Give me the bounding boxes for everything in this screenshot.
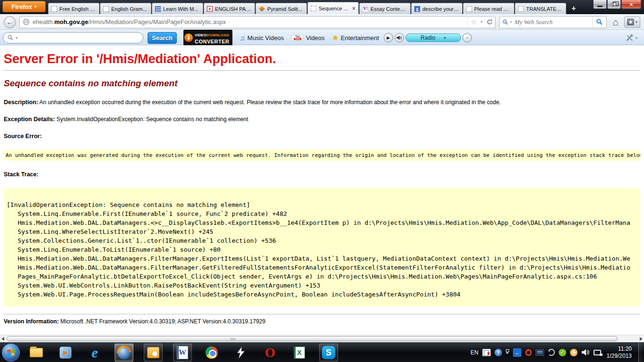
- volume-button[interactable]: [395, 33, 404, 42]
- display-tray-icon[interactable]: [536, 349, 544, 356]
- keyboard-layout-icon[interactable]: [482, 349, 491, 356]
- firefox-menu-button[interactable]: Firefox ▾: [2, 1, 46, 12]
- tab-pyramid-solitaire[interactable]: Pyramid Solit...: [256, 3, 307, 14]
- sync-share-tray-icon[interactable]: →: [513, 348, 521, 357]
- address-bar[interactable]: ehealth.moh.gov.ge/Hmis/Mediation/Pages/…: [19, 16, 495, 28]
- update-tray-icon[interactable]: [548, 349, 555, 356]
- tab-please-read[interactable]: Please read m...: [463, 3, 514, 14]
- help-icon[interactable]: ?: [495, 349, 502, 356]
- play-button[interactable]: ▶: [384, 33, 393, 42]
- tab-label: Free English g...: [59, 6, 96, 12]
- scroll-left-icon[interactable]: [1, 337, 4, 341]
- window-controls: ×: [593, 0, 641, 9]
- tab-sequence-active[interactable]: Sequence ... ×: [307, 2, 359, 14]
- placeholder-favicon-icon: [103, 6, 109, 12]
- network-tray-icon[interactable]: [594, 350, 601, 355]
- close-tab-icon[interactable]: ×: [352, 5, 355, 12]
- music-videos-link[interactable]: ♫ Music Videos: [240, 34, 284, 42]
- taskbar-winamp-button[interactable]: [231, 344, 250, 362]
- search-icon: [596, 18, 603, 25]
- taskbar-clock[interactable]: 11:20 1/29/2013: [607, 346, 632, 360]
- toolbar-search-input[interactable]: ▾: [3, 32, 143, 43]
- taskbar-firefox-button[interactable]: [115, 344, 133, 362]
- horizontal-scrollbar[interactable]: [0, 335, 644, 342]
- scroll-right-icon[interactable]: [640, 337, 643, 341]
- logo-download-text: DOWNLOAD: [206, 33, 229, 37]
- videos-label: Videos: [306, 34, 325, 41]
- close-button[interactable]: ×: [621, 0, 641, 9]
- windows-flag-icon: [7, 349, 15, 356]
- search-go-button[interactable]: [592, 16, 606, 28]
- status-online-tray-icon[interactable]: ✓: [559, 349, 566, 356]
- opera-tray-icon[interactable]: [525, 349, 532, 356]
- tab-label: Pyramid Solit...: [267, 6, 304, 12]
- show-hidden-icons-button[interactable]: [506, 349, 509, 355]
- search-input[interactable]: [513, 18, 592, 26]
- outlook-icon: [147, 347, 159, 358]
- tab-english-grammar[interactable]: English Gram...: [100, 3, 151, 14]
- volume-tray-icon[interactable]: [581, 349, 590, 356]
- restore-button[interactable]: [607, 0, 621, 9]
- search-engine-dropdown-icon[interactable]: ▾: [510, 20, 512, 24]
- bookmarks-star-icon: ★: [627, 18, 634, 25]
- home-button[interactable]: ⌂: [612, 17, 619, 27]
- globe-icon: [23, 18, 30, 25]
- videos-link[interactable]: You Tube Videos: [291, 34, 325, 41]
- reload-icon[interactable]: [486, 18, 493, 25]
- taskbar-media-player-button[interactable]: ▶: [56, 344, 75, 362]
- taskbar-opera-button[interactable]: O: [261, 344, 280, 362]
- tab-label: English Gram...: [111, 6, 148, 12]
- search-icon: [7, 34, 14, 41]
- toolbar-settings-button[interactable]: ▾: [626, 34, 641, 42]
- taskbar-ie-button[interactable]: e: [85, 344, 104, 362]
- chrome-icon: [206, 346, 218, 359]
- radio-select[interactable]: Radio ▾: [405, 33, 461, 42]
- restore-icon: [612, 2, 616, 6]
- scrollbar-thumb[interactable]: [7, 336, 618, 341]
- toolbar-search-button[interactable]: Search: [148, 32, 177, 44]
- yahoo-favicon-icon: Y!: [363, 6, 368, 12]
- tab-free-english[interactable]: Free English g...: [48, 3, 99, 14]
- placeholder-favicon-icon: [466, 6, 472, 12]
- bookmarks-button[interactable]: ★ ▾: [624, 16, 640, 28]
- entertainment-link[interactable]: ★ Entertainment: [332, 33, 379, 42]
- bookmark-star-icon[interactable]: ☆: [471, 18, 477, 26]
- url-dropdown-icon[interactable]: ▼: [479, 20, 483, 24]
- minimize-button[interactable]: [593, 0, 607, 9]
- tab-describe-your[interactable]: g describe your ...: [411, 3, 462, 14]
- video-download-converter-logo[interactable]: ⇓ VIDEODOWNLOAD CONVERTER: [183, 30, 232, 46]
- search-icon: [502, 19, 509, 25]
- taskbar: ▶ e W O X S EN ? → ✓: [0, 342, 644, 362]
- home-icon: ⌂: [612, 16, 619, 27]
- tab-essay-contest[interactable]: Y! Essay Contest ...: [359, 3, 411, 14]
- tab-label: ENGLISH PAG...: [215, 6, 252, 12]
- taskbar-excel-button[interactable]: X: [290, 344, 309, 362]
- excel-icon: X: [294, 346, 305, 359]
- chevron-down-icon: ▾: [636, 20, 637, 24]
- skype-icon: S: [322, 346, 335, 359]
- web-search-box[interactable]: ▾: [499, 16, 607, 28]
- download-arrow-icon: ⇓: [184, 33, 193, 42]
- language-indicator[interactable]: EN: [471, 349, 479, 356]
- description-text: An unhandled exception occurred during t…: [38, 99, 501, 106]
- show-desktop-button[interactable]: [638, 343, 642, 362]
- scrollbar-grip: [231, 338, 235, 340]
- minimize-player-button[interactable]: −: [462, 33, 472, 42]
- taskbar-apps: ▶ e W O X S: [27, 344, 338, 362]
- tab-list: Free English g... English Gram... Learn …: [48, 2, 579, 14]
- taskbar-chrome-button[interactable]: [202, 344, 221, 362]
- new-tab-button[interactable]: +: [568, 4, 579, 13]
- media-player-icon: ▶: [59, 346, 72, 359]
- taskbar-outlook-button[interactable]: [144, 344, 163, 362]
- back-arrow-icon: ←: [7, 18, 14, 26]
- taskbar-word-button[interactable]: W: [173, 344, 192, 362]
- tab-english-page[interactable]: e ENGLISH PAG...: [204, 3, 255, 14]
- start-button[interactable]: [2, 344, 20, 362]
- divider: [4, 70, 640, 71]
- tab-translate-g[interactable]: TRANSLATE.G...: [515, 3, 566, 14]
- tab-learn-with-m[interactable]: Learn With M...: [152, 3, 203, 14]
- back-button[interactable]: ←: [4, 16, 16, 28]
- taskbar-explorer-button[interactable]: [27, 344, 46, 362]
- reminder-tray-icon[interactable]: [570, 349, 578, 356]
- taskbar-skype-button[interactable]: S: [319, 344, 338, 362]
